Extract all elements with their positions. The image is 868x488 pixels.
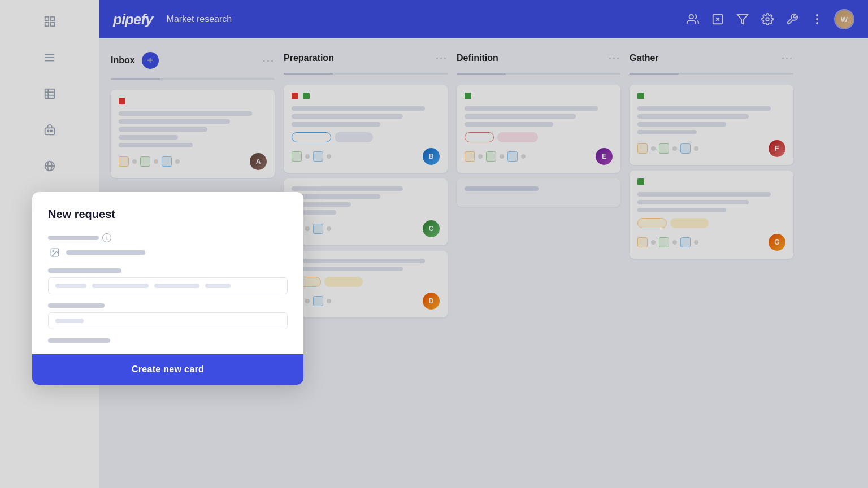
svg-rect-0 — [45, 17, 49, 20]
sidebar-icon-table[interactable] — [40, 84, 60, 104]
card-gather-1: F — [630, 85, 793, 165]
add-card-inbox[interactable]: + — [142, 52, 159, 69]
column-preparation: Preparation ··· B — [284, 52, 448, 474]
card-line — [119, 143, 193, 147]
svg-rect-2 — [45, 23, 49, 26]
card-footer-dot — [305, 226, 310, 231]
modal-body: New request i — [32, 192, 303, 354]
card-line — [637, 106, 771, 111]
card-footer: G — [637, 234, 785, 251]
column-progress-fill-definition — [457, 73, 506, 75]
card-footer-icon-green — [486, 151, 496, 162]
card-badge — [335, 132, 373, 142]
column-progress-fill-gather — [630, 73, 679, 75]
card-tag-red — [292, 93, 298, 99]
card-badges — [637, 218, 785, 228]
card-line — [292, 106, 425, 111]
card-footer-icon-green — [659, 237, 669, 247]
card-line — [637, 130, 697, 134]
card-line — [637, 114, 749, 119]
create-new-card-button[interactable]: Create new card — [48, 364, 288, 374]
card-footer-icon-green — [659, 143, 669, 154]
card-footer-dot — [327, 154, 331, 159]
card-line — [119, 135, 178, 140]
svg-point-17 — [689, 15, 693, 19]
card-tag-green — [303, 93, 310, 99]
svg-point-13 — [50, 130, 52, 132]
card-line — [465, 106, 598, 111]
card-badges — [292, 277, 440, 287]
placeholder-bar — [154, 284, 199, 288]
settings-icon[interactable] — [760, 11, 775, 27]
card-line — [119, 127, 207, 132]
card-line — [119, 111, 252, 116]
card-badges — [465, 132, 613, 142]
column-title-preparation: Preparation — [284, 53, 334, 63]
placeholder-bar — [92, 284, 149, 288]
svg-marker-19 — [737, 15, 748, 24]
card-badge — [670, 218, 709, 228]
wrench-icon[interactable] — [784, 11, 800, 27]
form-input-2[interactable] — [48, 312, 288, 329]
users-icon[interactable] — [685, 11, 701, 27]
svg-point-22 — [816, 18, 818, 20]
card-line — [292, 194, 380, 199]
card-footer-dot — [154, 159, 158, 164]
card-avatar: C — [423, 220, 440, 237]
user-avatar[interactable]: W — [834, 9, 854, 29]
card-avatar: A — [250, 153, 267, 170]
card-footer-dot — [500, 154, 504, 159]
sidebar-icon-grid[interactable] — [40, 11, 60, 32]
sidebar-icon-globe[interactable] — [40, 156, 60, 176]
card-badge — [324, 277, 363, 287]
more-menu-icon[interactable] — [809, 11, 825, 27]
sidebar-icon-list[interactable] — [40, 47, 60, 68]
svg-point-23 — [816, 22, 818, 24]
column-menu-preparation[interactable]: ··· — [436, 52, 448, 64]
card-footer: C — [292, 220, 440, 237]
avatar-img: D — [423, 293, 440, 310]
column-progress-preparation — [284, 73, 448, 75]
card-avatar: D — [423, 293, 440, 310]
card-footer-icon-blue — [680, 237, 691, 247]
card-preparation-3: D — [284, 251, 448, 317]
form-field-1: i — [48, 233, 288, 259]
form-field-2 — [48, 268, 288, 294]
card-tag-red — [119, 98, 125, 104]
card-footer-icon-orange — [465, 151, 475, 162]
column-header-preparation: Preparation ··· — [284, 52, 448, 64]
card-badge — [497, 132, 538, 142]
card-gather-2: G — [630, 171, 793, 259]
column-menu-inbox[interactable]: ··· — [263, 55, 275, 67]
column-progress-definition — [457, 73, 620, 75]
card-line — [465, 114, 576, 119]
column-definition: Definition ··· E — [457, 52, 620, 474]
card-footer-dot — [478, 154, 483, 159]
header-actions: W — [685, 9, 854, 29]
card-footer-dot — [651, 146, 656, 151]
form-input-1[interactable] — [48, 277, 288, 294]
card-footer-dot — [694, 240, 698, 245]
card-footer-icon-blue — [313, 151, 323, 162]
modal-footer: Create new card — [32, 354, 303, 385]
svg-point-12 — [47, 130, 49, 132]
column-menu-definition[interactable]: ··· — [609, 52, 620, 64]
avatar-img: E — [596, 148, 613, 165]
sidebar-icon-bot[interactable] — [40, 120, 60, 140]
card-footer-dot — [672, 146, 677, 151]
card-preparation-1: B — [284, 85, 448, 173]
form-section-label — [48, 268, 121, 273]
column-menu-gather[interactable]: ··· — [782, 52, 793, 64]
placeholder-bar — [205, 284, 231, 288]
filter-icon[interactable] — [735, 11, 750, 27]
header: pipefy Market research — [99, 0, 868, 38]
column-header-inbox: Inbox + ··· — [111, 52, 275, 69]
svg-point-25 — [53, 250, 54, 251]
svg-rect-11 — [45, 128, 55, 134]
card-footer-icon-green — [292, 151, 302, 162]
card-avatar: B — [423, 148, 440, 165]
placeholder-bar — [55, 319, 84, 323]
column-header-gather: Gather ··· — [630, 52, 793, 64]
import-icon[interactable] — [710, 11, 726, 27]
card-footer-dot — [327, 299, 331, 303]
